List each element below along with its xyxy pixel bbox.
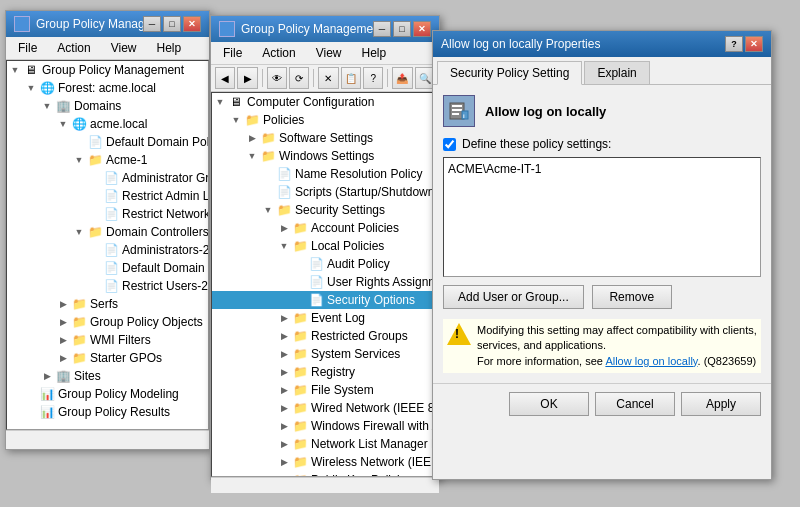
gpme-tree-system-services[interactable]: ▶ 📁 System Services — [212, 345, 438, 363]
expand-policies[interactable]: ▼ — [228, 112, 244, 128]
gpm-tree-restrict-users2[interactable]: ▶ 📄 Restrict Users-2 — [7, 277, 208, 295]
gpm-tree-domains[interactable]: ▼ 🏢 Domains — [7, 97, 208, 115]
gpme-tree-registry[interactable]: ▶ 📁 Registry — [212, 363, 438, 381]
gpm-tree-admins2[interactable]: ▶ 📄 Administrators-2 — [7, 241, 208, 259]
gpme-menu-file[interactable]: File — [215, 44, 250, 62]
gpm-hscroll[interactable] — [6, 430, 209, 446]
gpme-tree-restricted-groups[interactable]: ▶ 📁 Restricted Groups — [212, 327, 438, 345]
expand-local-policies[interactable]: ▼ — [276, 238, 292, 254]
define-policy-label[interactable]: Define these policy settings: — [462, 137, 611, 151]
gpme-tree-computer[interactable]: ▼ 🖥 Computer Configuration — [212, 93, 438, 111]
tab-explain[interactable]: Explain — [584, 61, 649, 84]
apply-button[interactable]: Apply — [681, 392, 761, 416]
gpme-tree-audit[interactable]: ▶ 📄 Audit Policy — [212, 255, 438, 273]
gpme-tree-policies[interactable]: ▼ 📁 Policies — [212, 111, 438, 129]
gpm-menu-help[interactable]: Help — [149, 39, 190, 57]
gpme-close-button[interactable]: ✕ — [413, 21, 431, 37]
gpme-minimize-button[interactable]: ─ — [373, 21, 391, 37]
gpme-delete-button[interactable]: ✕ — [318, 67, 338, 89]
gpme-tree-event-log[interactable]: ▶ 📁 Event Log — [212, 309, 438, 327]
gpme-tree-wireless[interactable]: ▶ 📁 Wireless Network (IEEE 80... — [212, 453, 438, 471]
gpme-refresh-button[interactable]: ⟳ — [289, 67, 309, 89]
ok-button[interactable]: OK — [509, 392, 589, 416]
expand-file-system[interactable]: ▶ — [276, 382, 292, 398]
gpm-tree-modeling[interactable]: ▶ 📊 Group Policy Modeling — [7, 385, 208, 403]
expand-serfs[interactable]: ▶ — [55, 296, 71, 312]
expand-computer[interactable]: ▼ — [212, 94, 228, 110]
gpme-tree-security[interactable]: ▼ 📁 Security Settings — [212, 201, 438, 219]
expand-acme-local[interactable]: ▼ — [55, 116, 71, 132]
define-policy-checkbox[interactable] — [443, 138, 456, 151]
gpme-forward-button[interactable]: ▶ — [237, 67, 257, 89]
gpm-tree-starter[interactable]: ▶ 📁 Starter GPOs — [7, 349, 208, 367]
expand-network-list[interactable]: ▶ — [276, 436, 292, 452]
gpm-tree-root[interactable]: ▼ 🖥 Group Policy Management — [7, 61, 208, 79]
expand-restricted-groups[interactable]: ▶ — [276, 328, 292, 344]
dialog-help-button[interactable]: ? — [725, 36, 743, 52]
gpme-tree-local-policies[interactable]: ▼ 📁 Local Policies — [212, 237, 438, 255]
expand-security[interactable]: ▼ — [260, 202, 276, 218]
gpm-tree-wmi[interactable]: ▶ 📁 WMI Filters — [7, 331, 208, 349]
expand-gpo[interactable]: ▶ — [55, 314, 71, 330]
gpm-tree[interactable]: ▼ 🖥 Group Policy Management ▼ 🌐 Forest: … — [6, 60, 209, 430]
gpme-tree-file-system[interactable]: ▶ 📁 File System — [212, 381, 438, 399]
gpm-maximize-button[interactable]: □ — [163, 16, 181, 32]
expand-wired[interactable]: ▶ — [276, 400, 292, 416]
expand-starter[interactable]: ▶ — [55, 350, 71, 366]
gpm-tree-default-domain[interactable]: ▶ 📄 Default Domain Policy — [7, 133, 208, 151]
expand-software[interactable]: ▶ — [244, 130, 260, 146]
gpme-tree-name-res[interactable]: ▶ 📄 Name Resolution Policy — [212, 165, 438, 183]
expand-domains[interactable]: ▼ — [39, 98, 55, 114]
user-group-list[interactable]: ACME\Acme-IT-1 — [443, 157, 761, 277]
gpm-tree-admin-group[interactable]: ▶ 📄 Administrator Group — [7, 169, 208, 187]
gpm-tree-acme1[interactable]: ▼ 📁 Acme-1 — [7, 151, 208, 169]
gpm-menu-file[interactable]: File — [10, 39, 45, 57]
gpme-back-button[interactable]: ◀ — [215, 67, 235, 89]
gpm-tree-restrict-admin[interactable]: ▶ 📄 Restrict Admin Logon — [7, 187, 208, 205]
expand-forest[interactable]: ▼ — [23, 80, 39, 96]
expand-wmi[interactable]: ▶ — [55, 332, 71, 348]
gpm-tree-serfs[interactable]: ▶ 📁 Serfs — [7, 295, 208, 313]
gpme-tree[interactable]: ▼ 🖥 Computer Configuration ▼ 📁 Policies … — [211, 92, 439, 477]
gpm-tree-restrict-network[interactable]: ▶ 📄 Restrict Network Ace — [7, 205, 208, 223]
expand-acme1[interactable]: ▼ — [71, 152, 87, 168]
expand-wireless[interactable]: ▶ — [276, 454, 292, 470]
gpme-tree-windows[interactable]: ▼ 📁 Windows Settings — [212, 147, 438, 165]
gpme-maximize-button[interactable]: □ — [393, 21, 411, 37]
gpme-tree-network-list[interactable]: ▶ 📁 Network List Manager Po... — [212, 435, 438, 453]
expand-root[interactable]: ▼ — [7, 62, 23, 78]
gpm-tree-domain-controllers[interactable]: ▼ 📁 Domain Controllers — [7, 223, 208, 241]
expand-event-log[interactable]: ▶ — [276, 310, 292, 326]
expand-system-services[interactable]: ▶ — [276, 346, 292, 362]
gpm-tree-results[interactable]: ▶ 📊 Group Policy Results — [7, 403, 208, 421]
expand-windows[interactable]: ▼ — [244, 148, 260, 164]
gpme-tree-security-options[interactable]: ▶ 📄 Security Options — [212, 291, 438, 309]
gpm-tree-forest[interactable]: ▼ 🌐 Forest: acme.local — [7, 79, 208, 97]
gpm-menu-action[interactable]: Action — [49, 39, 98, 57]
cancel-button[interactable]: Cancel — [595, 392, 675, 416]
gpm-menu-view[interactable]: View — [103, 39, 145, 57]
gpme-properties-button[interactable]: 📋 — [341, 67, 361, 89]
expand-firewall[interactable]: ▶ — [276, 418, 292, 434]
gpme-tree-scripts[interactable]: ▶ 📄 Scripts (Startup/Shutdown) — [212, 183, 438, 201]
add-user-group-button[interactable]: Add User or Group... — [443, 285, 584, 309]
gpme-tree-firewall[interactable]: ▶ 📁 Windows Firewall with Ad... — [212, 417, 438, 435]
gpme-menu-view[interactable]: View — [308, 44, 350, 62]
gpm-tree-sites[interactable]: ▶ 🏢 Sites — [7, 367, 208, 385]
gpm-minimize-button[interactable]: ─ — [143, 16, 161, 32]
dialog-close-button[interactable]: ✕ — [745, 36, 763, 52]
gpme-tree-account[interactable]: ▶ 📁 Account Policies — [212, 219, 438, 237]
expand-sites[interactable]: ▶ — [39, 368, 55, 384]
gpme-tree-wired[interactable]: ▶ 📁 Wired Network (IEEE 802... — [212, 399, 438, 417]
gpme-menu-help[interactable]: Help — [354, 44, 395, 62]
gpm-tree-gpo[interactable]: ▶ 📁 Group Policy Objects — [7, 313, 208, 331]
gpme-hscroll[interactable] — [211, 477, 439, 493]
gpm-tree-default-dc[interactable]: ▶ 📄 Default Domain Contr... — [7, 259, 208, 277]
gpme-tree-software[interactable]: ▶ 📁 Software Settings — [212, 129, 438, 147]
gpme-tree-user-rights[interactable]: ▶ 📄 User Rights Assignme... — [212, 273, 438, 291]
gpme-menu-action[interactable]: Action — [254, 44, 303, 62]
warning-link[interactable]: Allow log on locally — [605, 355, 697, 367]
gpm-close-button[interactable]: ✕ — [183, 16, 201, 32]
gpme-show-button[interactable]: 👁 — [267, 67, 287, 89]
gpme-help-button[interactable]: ? — [363, 67, 383, 89]
